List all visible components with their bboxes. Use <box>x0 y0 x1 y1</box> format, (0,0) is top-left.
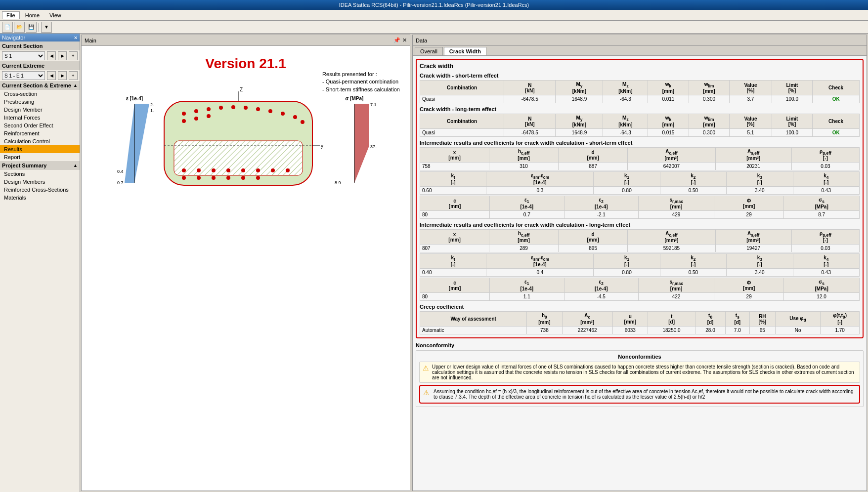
il-k3-val: 3.40 <box>727 269 793 277</box>
nav-item-second-order[interactable]: Second Order Effect <box>0 122 80 129</box>
data-panel-title: Data <box>416 38 427 43</box>
nav-item-design-member[interactable]: Design Member <box>0 106 80 114</box>
nav-item-prestressing[interactable]: Prestressing <box>0 98 80 106</box>
is-k1: kt[-] <box>420 172 486 187</box>
extreme-next[interactable]: ▶ <box>58 71 67 80</box>
stress-right: 37.5 <box>370 144 377 149</box>
nav-item-report[interactable]: Report <box>0 153 80 161</box>
svg-point-26 <box>271 168 275 172</box>
long-my: 1648.9 <box>556 129 603 137</box>
section-visualization: ε [1e-4] 2.1 1.9 0.4 0.7 <box>115 86 377 195</box>
svg-text:Z: Z <box>240 87 243 92</box>
col-check-lt: Check <box>813 114 860 129</box>
current-extreme-label: Current Extreme <box>2 63 44 69</box>
nav-item-internal-forces[interactable]: Internal Forces <box>0 114 80 122</box>
right-data-panel: Data Overall Crack Width Crack width Cra… <box>412 35 867 491</box>
nav-item-reinforcement[interactable]: Reinforcement <box>0 129 80 137</box>
is-aceff: Ac,eff[mm²] <box>628 148 715 163</box>
strain-zero-top: 0.4 <box>117 169 124 174</box>
project-summary-arrow: ▲ <box>73 163 78 168</box>
nav-item-materials[interactable]: Materials <box>0 194 80 202</box>
col-wlim-short: wlim[mm] <box>689 81 730 95</box>
new-button[interactable]: 📄 <box>2 22 13 33</box>
col-value-lt: Value[%] <box>730 114 772 129</box>
short-wk: 0.011 <box>648 95 689 103</box>
section-next[interactable]: ▶ <box>58 51 67 60</box>
short-term-title: Crack width - short-term effect <box>420 73 860 79</box>
il-d-val: 895 <box>559 245 628 252</box>
svg-point-10 <box>231 105 235 109</box>
save-button[interactable]: 💾 <box>26 22 37 33</box>
close-main-icon[interactable]: ✕ <box>402 37 407 43</box>
pin-icon[interactable]: 📌 <box>393 37 400 43</box>
svg-point-20 <box>182 168 186 172</box>
section-add[interactable]: + <box>69 51 78 60</box>
main-panel-container: Main 📌 ✕ Version 21.1 Results presented … <box>80 34 868 492</box>
short-my: 1648.9 <box>556 95 603 103</box>
nav-item-cross-section[interactable]: Cross-section <box>0 90 80 98</box>
nav-item-results[interactable]: Results <box>0 145 80 153</box>
short-combo: Quasi <box>420 95 504 103</box>
il-k1b-val: 0.80 <box>594 269 660 277</box>
il-k1b: k1[-] <box>594 254 660 269</box>
is-phi: Φ[mm] <box>714 196 784 211</box>
is-k4: k4[-] <box>793 172 859 187</box>
navigator-close[interactable]: ✕ <box>74 35 78 41</box>
creep-phi-val: 1.70 <box>821 327 860 334</box>
il-kt-val: 0.40 <box>420 269 486 277</box>
intermediate-long-title: Intermediate results and coefficients fo… <box>420 222 860 228</box>
svg-point-19 <box>207 114 211 118</box>
section-prev[interactable]: ◀ <box>47 51 56 60</box>
col-wlim-lt: wlim[mm] <box>689 114 730 129</box>
creep-title: Creep coefficient <box>420 304 860 310</box>
toolbar-extra[interactable]: ▼ <box>41 22 52 33</box>
home-menu[interactable]: Home <box>21 11 44 19</box>
view-menu[interactable]: View <box>45 11 66 19</box>
svg-point-24 <box>241 168 245 172</box>
il-x: x[mm] <box>420 230 489 245</box>
nav-item-calc-control[interactable]: Calculation Control <box>0 137 80 145</box>
is-hceff-val: 310 <box>489 163 559 170</box>
short-n: -6478.5 <box>504 95 556 103</box>
extreme-prev[interactable]: ◀ <box>47 71 56 80</box>
tab-overall[interactable]: Overall <box>415 47 443 55</box>
current-extreme-select[interactable]: S 1 - E 1 <box>2 71 45 80</box>
tab-crack-width[interactable]: Crack Width <box>444 47 486 55</box>
long-term-row: Quasi -6478.5 1648.9 -64.3 0.015 0.300 5… <box>420 129 860 137</box>
intermediate-short-table3: c[mm] ε1[1e-4] ε2[1e-4] sr,max[mm] Φ[mm]… <box>420 196 860 219</box>
is-k1b-val: 0.80 <box>594 187 660 195</box>
open-button[interactable]: 📂 <box>14 22 25 33</box>
il-aseff-val: 19427 <box>715 245 791 252</box>
creep-ts: ts[d] <box>725 312 749 327</box>
creep-table: Way of assessment h0[mm] Ac[mm²] u[mm] t… <box>420 311 860 334</box>
current-section-select[interactable]: S 1 <box>2 51 45 60</box>
version-text: Version 21.1 <box>205 56 286 72</box>
title-bar: IDEA StatIca RCS(64bit) - Pilir-version2… <box>0 0 868 10</box>
il-e1-val: 1.1 <box>490 293 564 301</box>
col-mz-lt: Mz[kNm] <box>603 114 648 129</box>
extreme-add[interactable]: + <box>69 71 78 80</box>
col-n-lt: N[kN] <box>504 114 556 129</box>
is-ppeff-val: 0.03 <box>791 163 859 170</box>
il-phi-val: 29 <box>714 293 784 301</box>
strain-label: ε [1e-4] <box>115 96 154 101</box>
nav-item-sections[interactable]: Sections <box>0 170 80 178</box>
nav-item-reinforced-cross[interactable]: Reinforced Cross-Sections <box>0 186 80 194</box>
il-c: c[mm] <box>420 278 490 293</box>
nav-item-design-members[interactable]: Design Members <box>0 178 80 186</box>
creep-row: Automatic 738 2227462 6033 18250.0 28.0 … <box>420 327 860 334</box>
creep-t: t[d] <box>648 312 695 327</box>
file-menu[interactable]: File <box>2 11 20 19</box>
short-check: OK <box>813 95 860 103</box>
il-e2-val: -4.5 <box>564 293 638 301</box>
svg-point-33 <box>256 176 260 180</box>
col-my-short: My[kNm] <box>556 81 603 95</box>
panel-header-left: Main <box>85 38 96 43</box>
il-phi: Φ[mm] <box>714 278 784 293</box>
nonconformity-box: Nonconformities ⚠ Upper or lower design … <box>416 350 864 407</box>
il-hceff-val: 289 <box>489 245 559 252</box>
is-k4-val: 0.43 <box>793 187 859 195</box>
il-row3: 80 1.1 -4.5 422 29 12.0 <box>420 293 860 301</box>
il-srmax-val: 422 <box>638 293 714 301</box>
svg-point-30 <box>212 176 216 180</box>
